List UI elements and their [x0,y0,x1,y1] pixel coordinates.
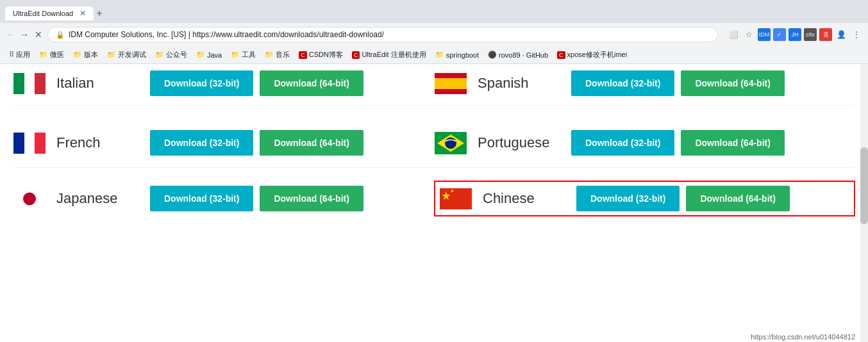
spanish-download-32[interactable]: Download (32-bit) [571,70,674,96]
active-tab[interactable]: UltraEdit Download ✕ [5,6,94,20]
svg-rect-7 [35,133,46,154]
address-bar[interactable]: 🔒 IDM Computer Solutions, Inc. [US] | ht… [47,27,718,42]
italian-flag [13,72,46,95]
reload-button[interactable]: ✕ [33,29,44,40]
github-icon: ⚫ [488,51,497,59]
bookmark-weiyi[interactable]: 📁 微医 [35,49,68,61]
french-section: French Download (32-bit) Download (64-bi… [13,130,434,156]
new-tab-button[interactable]: + [96,8,102,19]
bookmark-csdn[interactable]: C CSDN博客 [295,49,347,61]
bookmark-label: 应用 [16,50,30,60]
japanese-buttons: Download (32-bit) Download (64-bit) [150,186,363,211]
bookmark-label: springboot [446,51,479,59]
spacer1 [13,106,855,118]
folder-icon: 📁 [435,51,444,59]
bookmark-devtools[interactable]: 📁 开发调试 [103,49,150,61]
chinese-flag [439,187,472,210]
bookmark-ultraedit[interactable]: C UltraEdit 注册机使用 [348,49,430,61]
french-flag [13,131,46,154]
japanese-section: Japanese Download (32-bit) Download (64-… [13,186,434,211]
bookmark-star-icon[interactable]: ☆ [742,28,755,41]
spanish-label: Spanish [478,75,561,92]
bookmark-banben[interactable]: 📁 版本 [69,49,102,61]
cast-icon[interactable]: ⬜ [727,28,740,41]
portuguese-buttons: Download (32-bit) Download (64-bit) [571,130,785,156]
japanese-chinese-row: Japanese Download (32-bit) Download (64-… [13,181,855,216]
extension-icon4[interactable]: citv [804,28,817,41]
chinese-download-32[interactable]: Download (32-bit) [576,186,680,211]
svg-point-12 [23,192,36,205]
account-icon[interactable]: 👤 [835,28,847,41]
back-button[interactable]: ← [5,29,15,40]
tab-title: UltraEdit Download [13,10,73,17]
portuguese-label: Portuguese [478,134,561,151]
folder-icon: 📁 [39,51,48,59]
japanese-download-32[interactable]: Download (32-bit) [150,186,253,211]
extension-icon2[interactable]: ✓ [773,28,786,41]
bookmarks-bar: ⠿ 应用 📁 微医 📁 版本 📁 开发调试 📁 公众号 📁 Java 📁 工具 [0,46,868,64]
bookmark-github[interactable]: ⚫ rovo89 · GitHub [484,49,552,60]
toolbar-icons: ⬜ ☆ IDM ✓ JH citv 贡 👤 ⋮ [727,28,863,41]
french-download-32[interactable]: Download (32-bit) [150,130,253,156]
svg-point-10 [445,137,456,149]
menu-icon[interactable]: ⋮ [850,28,863,41]
folder-icon: 📁 [265,51,274,59]
extension-icon1[interactable]: IDM [758,28,771,41]
close-icon[interactable]: ✕ [79,9,86,18]
svg-rect-2 [35,73,46,94]
bookmark-label: 公众号 [166,50,187,60]
extension-icon5[interactable]: 贡 [819,28,832,41]
bookmark-label: 微医 [50,50,64,60]
chinese-label: Chinese [483,190,566,207]
bookmark-label: 音乐 [276,50,290,60]
japanese-download-64[interactable]: Download (64-bit) [260,186,363,211]
status-bar: https://blog.csdn.net/u014044812 [748,332,858,342]
svg-rect-5 [13,133,24,154]
bookmark-xpose[interactable]: C xpose修改手机imei [553,49,631,61]
bookmark-apps[interactable]: ⠿ 应用 [5,49,34,61]
bookmark-label: 开发调试 [118,50,146,60]
italian-label: Italian [56,75,140,92]
apps-icon: ⠿ [9,51,14,59]
browser-chrome: UltraEdit Download ✕ + ← → ✕ 🔒 IDM Compu… [0,0,868,64]
bookmark-springboot[interactable]: 📁 springboot [431,49,483,60]
svg-rect-6 [24,133,35,154]
folder-icon: 📁 [73,51,82,59]
italian-download-64[interactable]: Download (64-bit) [260,70,363,96]
spacer2 [13,168,855,181]
italian-download-32[interactable]: Download (32-bit) [150,70,253,96]
svg-rect-0 [13,73,24,94]
portuguese-section: Portuguese Download (32-bit) Download (6… [434,130,855,156]
ultraedit-icon: C [352,51,360,59]
bookmark-tools[interactable]: 📁 工具 [227,49,260,61]
japanese-label: Japanese [56,190,140,207]
svg-rect-4 [435,78,467,89]
folder-icon: 📁 [155,51,164,59]
bookmark-java[interactable]: 📁 Java [192,49,226,60]
bookmark-label: UltraEdit 注册机使用 [362,50,426,60]
spanish-download-64[interactable]: Download (64-bit) [681,70,784,96]
forward-button[interactable]: → [19,29,29,40]
spanish-section: Spanish Download (32-bit) Download (64-b… [434,70,855,96]
folder-icon: 📁 [107,51,116,59]
french-buttons: Download (32-bit) Download (64-bit) [150,130,363,156]
bookmark-gongzhonghao[interactable]: 📁 公众号 [151,49,191,61]
url-text: https://www.ultraedit.com/downloads/ultr… [192,30,384,39]
scrollbar-thumb[interactable] [860,147,868,224]
bookmark-music[interactable]: 📁 音乐 [261,49,294,61]
scrollbar[interactable] [860,64,868,342]
spanish-flag [434,72,467,95]
folder-icon: 📁 [231,51,240,59]
portuguese-download-64[interactable]: Download (64-bit) [681,130,784,156]
french-portuguese-row: French Download (32-bit) Download (64-bi… [13,118,855,168]
chinese-download-64[interactable]: Download (64-bit) [686,186,789,211]
portuguese-download-32[interactable]: Download (32-bit) [571,130,674,156]
chinese-highlight-box: Chinese Download (32-bit) Download (64-b… [434,181,855,216]
extension-icon3[interactable]: JH [789,28,801,41]
bookmark-label: CSDN博客 [309,50,343,60]
chinese-buttons: Download (32-bit) Download (64-bit) [576,186,790,211]
site-name: IDM Computer Solutions, Inc. [US] [69,30,186,39]
csdn-icon: C [299,51,307,59]
french-download-64[interactable]: Download (64-bit) [260,130,363,156]
bookmark-label: 版本 [84,50,98,60]
